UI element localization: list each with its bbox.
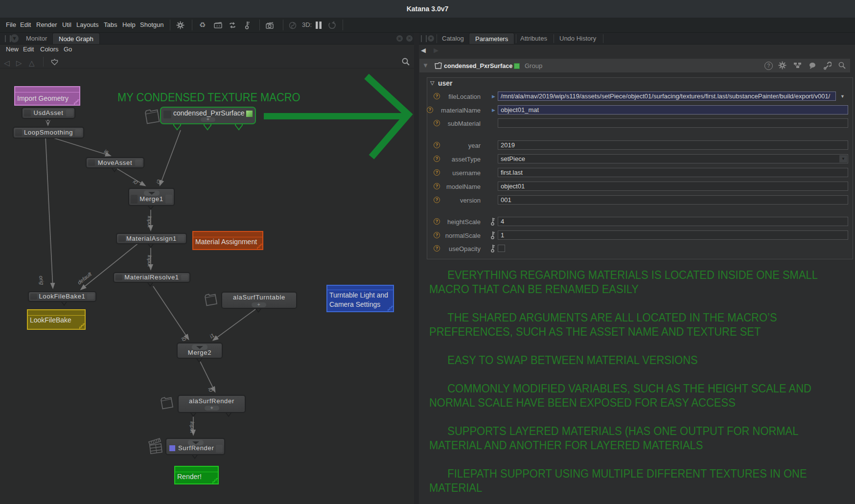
svg-text:i0: i0	[207, 387, 214, 393]
svg-text:default: default	[76, 271, 93, 285]
svg-text:input: input	[147, 255, 153, 267]
svg-text:i0: i0	[132, 179, 139, 186]
svg-text:i2: i2	[155, 179, 162, 184]
svg-text:input: input	[189, 421, 195, 434]
svg-text:orig: orig	[38, 275, 45, 286]
svg-text:input: input	[147, 216, 153, 228]
svg-text:i1: i1	[208, 332, 215, 340]
